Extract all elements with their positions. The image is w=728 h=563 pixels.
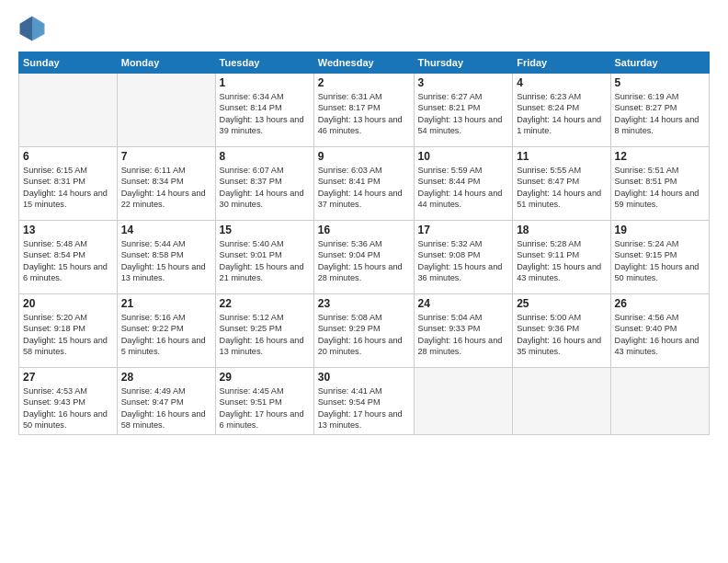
calendar-cell [414,368,513,435]
calendar-cell: 1Sunrise: 6:34 AM Sunset: 8:14 PM Daylig… [215,74,313,147]
day-number: 21 [121,297,211,310]
day-info: Sunrise: 5:51 AM Sunset: 8:51 PM Dayligh… [615,165,706,211]
day-number: 24 [418,297,509,310]
calendar-cell: 9Sunrise: 6:03 AM Sunset: 8:41 PM Daylig… [313,147,414,221]
day-number: 6 [23,150,113,163]
calendar-cell: 13Sunrise: 5:48 AM Sunset: 8:54 PM Dayli… [19,221,118,294]
calendar-cell: 16Sunrise: 5:36 AM Sunset: 9:04 PM Dayli… [313,221,414,294]
calendar-header-row: SundayMondayTuesdayWednesdayThursdayFrid… [19,52,710,74]
day-info: Sunrise: 5:00 AM Sunset: 9:36 PM Dayligh… [517,312,606,358]
day-number: 26 [615,297,706,310]
calendar-table: SundayMondayTuesdayWednesdayThursdayFrid… [18,52,710,435]
calendar-cell: 10Sunrise: 5:59 AM Sunset: 8:44 PM Dayli… [414,147,513,221]
day-info: Sunrise: 5:28 AM Sunset: 9:11 PM Dayligh… [517,238,606,284]
day-number: 15 [220,224,310,236]
calendar-header-tuesday: Tuesday [215,52,313,74]
day-number: 1 [220,76,310,89]
calendar-cell: 28Sunrise: 4:49 AM Sunset: 9:47 PM Dayli… [117,368,215,435]
calendar-header-saturday: Saturday [610,52,710,74]
calendar-cell: 23Sunrise: 5:08 AM Sunset: 9:29 PM Dayli… [313,294,414,368]
calendar-cell: 24Sunrise: 5:04 AM Sunset: 9:33 PM Dayli… [414,294,513,368]
day-number: 18 [517,224,606,236]
calendar-cell: 2Sunrise: 6:31 AM Sunset: 8:17 PM Daylig… [313,74,414,147]
calendar-week-4: 20Sunrise: 5:20 AM Sunset: 9:18 PM Dayli… [19,294,710,368]
day-number: 29 [220,371,310,384]
calendar-cell: 30Sunrise: 4:41 AM Sunset: 9:54 PM Dayli… [313,368,414,435]
calendar-cell: 25Sunrise: 5:00 AM Sunset: 9:36 PM Dayli… [513,294,610,368]
day-number: 16 [318,224,410,236]
day-number: 4 [517,76,606,89]
day-info: Sunrise: 4:41 AM Sunset: 9:54 PM Dayligh… [318,385,410,431]
calendar-cell: 15Sunrise: 5:40 AM Sunset: 9:01 PM Dayli… [215,221,313,294]
calendar-cell: 19Sunrise: 5:24 AM Sunset: 9:15 PM Dayli… [610,221,710,294]
day-info: Sunrise: 6:23 AM Sunset: 8:24 PM Dayligh… [517,91,606,137]
calendar-cell: 22Sunrise: 5:12 AM Sunset: 9:25 PM Dayli… [215,294,313,368]
day-number: 30 [318,371,410,384]
calendar-header-monday: Monday [117,52,215,74]
calendar-cell: 12Sunrise: 5:51 AM Sunset: 8:51 PM Dayli… [610,147,710,221]
day-number: 10 [418,150,509,163]
svg-marker-2 [20,17,33,41]
day-number: 5 [615,76,706,89]
day-info: Sunrise: 6:27 AM Sunset: 8:21 PM Dayligh… [418,91,509,137]
calendar-cell: 6Sunrise: 6:15 AM Sunset: 8:31 PM Daylig… [19,147,118,221]
day-info: Sunrise: 5:08 AM Sunset: 9:29 PM Dayligh… [318,312,410,358]
day-info: Sunrise: 5:44 AM Sunset: 8:58 PM Dayligh… [121,238,211,284]
day-info: Sunrise: 6:15 AM Sunset: 8:31 PM Dayligh… [23,165,113,211]
day-info: Sunrise: 5:32 AM Sunset: 9:08 PM Dayligh… [418,238,509,284]
calendar-cell [513,368,610,435]
calendar-week-3: 13Sunrise: 5:48 AM Sunset: 8:54 PM Dayli… [19,221,710,294]
logo-icon [18,15,46,42]
day-number: 8 [220,150,310,163]
calendar-cell: 3Sunrise: 6:27 AM Sunset: 8:21 PM Daylig… [414,74,513,147]
day-number: 2 [318,76,410,89]
calendar-cell: 27Sunrise: 4:53 AM Sunset: 9:43 PM Dayli… [19,368,118,435]
day-number: 25 [517,297,606,310]
day-info: Sunrise: 6:07 AM Sunset: 8:37 PM Dayligh… [220,165,310,211]
day-info: Sunrise: 5:40 AM Sunset: 9:01 PM Dayligh… [220,238,310,284]
day-number: 27 [23,371,113,384]
day-number: 19 [615,224,706,236]
day-number: 13 [23,224,113,236]
calendar-cell [610,368,710,435]
day-info: Sunrise: 5:48 AM Sunset: 8:54 PM Dayligh… [23,238,113,284]
calendar-week-5: 27Sunrise: 4:53 AM Sunset: 9:43 PM Dayli… [19,368,710,435]
calendar-cell: 17Sunrise: 5:32 AM Sunset: 9:08 PM Dayli… [414,221,513,294]
calendar-cell [117,74,215,147]
day-info: Sunrise: 4:49 AM Sunset: 9:47 PM Dayligh… [121,385,211,431]
calendar-cell: 11Sunrise: 5:55 AM Sunset: 8:47 PM Dayli… [513,147,610,221]
day-number: 7 [121,150,211,163]
calendar-cell: 20Sunrise: 5:20 AM Sunset: 9:18 PM Dayli… [19,294,118,368]
header [18,15,710,42]
day-info: Sunrise: 6:19 AM Sunset: 8:27 PM Dayligh… [615,91,706,137]
day-number: 23 [318,297,410,310]
day-number: 3 [418,76,509,89]
calendar-header-thursday: Thursday [414,52,513,74]
day-number: 14 [121,224,211,236]
day-info: Sunrise: 5:20 AM Sunset: 9:18 PM Dayligh… [23,312,113,358]
calendar-week-1: 1Sunrise: 6:34 AM Sunset: 8:14 PM Daylig… [19,74,710,147]
calendar-header-friday: Friday [513,52,610,74]
day-info: Sunrise: 6:03 AM Sunset: 8:41 PM Dayligh… [318,165,410,211]
calendar-week-2: 6Sunrise: 6:15 AM Sunset: 8:31 PM Daylig… [19,147,710,221]
calendar-cell: 26Sunrise: 4:56 AM Sunset: 9:40 PM Dayli… [610,294,710,368]
day-info: Sunrise: 4:56 AM Sunset: 9:40 PM Dayligh… [615,312,706,358]
calendar-cell: 4Sunrise: 6:23 AM Sunset: 8:24 PM Daylig… [513,74,610,147]
calendar-cell: 7Sunrise: 6:11 AM Sunset: 8:34 PM Daylig… [117,147,215,221]
day-info: Sunrise: 6:11 AM Sunset: 8:34 PM Dayligh… [121,165,211,211]
day-number: 28 [121,371,211,384]
page: SundayMondayTuesdayWednesdayThursdayFrid… [0,0,728,563]
day-info: Sunrise: 5:55 AM Sunset: 8:47 PM Dayligh… [517,165,606,211]
calendar-header-wednesday: Wednesday [313,52,414,74]
day-info: Sunrise: 4:53 AM Sunset: 9:43 PM Dayligh… [23,385,113,431]
day-info: Sunrise: 5:59 AM Sunset: 8:44 PM Dayligh… [418,165,509,211]
day-number: 11 [517,150,606,163]
svg-marker-1 [32,17,45,41]
day-info: Sunrise: 6:31 AM Sunset: 8:17 PM Dayligh… [318,91,410,137]
logo [18,15,48,42]
day-info: Sunrise: 5:04 AM Sunset: 9:33 PM Dayligh… [418,312,509,358]
day-number: 12 [615,150,706,163]
day-info: Sunrise: 5:16 AM Sunset: 9:22 PM Dayligh… [121,312,211,358]
calendar-header-sunday: Sunday [19,52,118,74]
calendar-cell: 21Sunrise: 5:16 AM Sunset: 9:22 PM Dayli… [117,294,215,368]
